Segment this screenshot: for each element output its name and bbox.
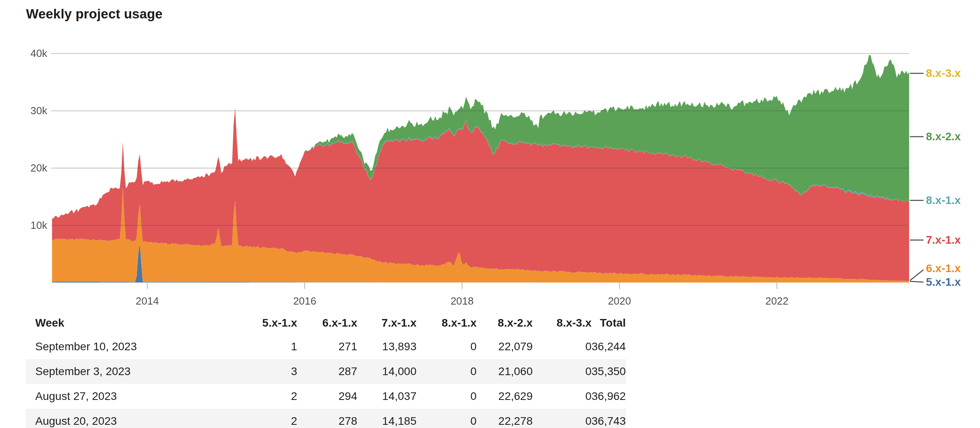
table-row: August 27, 2023229414,037022,629036,962 xyxy=(26,384,626,409)
stacked-area-chart-canvas xyxy=(0,0,980,313)
table-row: September 3, 2023328714,000021,060035,35… xyxy=(26,359,626,384)
column-header-8x3x: 8.x-3.x xyxy=(533,312,592,334)
legend-label-8x1x: 8.x-1.x xyxy=(926,194,961,207)
week-cell: September 10, 2023 xyxy=(26,334,237,359)
week-cell: August 27, 2023 xyxy=(26,384,237,409)
value-cell: 0 xyxy=(417,359,477,384)
value-cell: 36,962 xyxy=(592,384,626,409)
value-cell: 1 xyxy=(237,334,297,359)
value-cell: 35,350 xyxy=(592,359,626,384)
value-cell: 22,278 xyxy=(477,409,533,428)
table-row: September 10, 2023127113,893022,079036,2… xyxy=(26,334,626,359)
table-header-row: Week5.x-1.x6.x-1.x7.x-1.x8.x-1.x8.x-2.x8… xyxy=(26,312,626,334)
value-cell: 287 xyxy=(297,359,357,384)
legend-label-5x1x: 5.x-1.x xyxy=(926,276,961,289)
week-cell: August 20, 2023 xyxy=(26,409,237,428)
column-header-5x1x: 5.x-1.x xyxy=(237,312,297,334)
weekly-usage-chart: 40k30k20k10k 20142016201820202022 8.x-3.… xyxy=(0,0,980,313)
y-tick-label: 40k xyxy=(0,47,47,59)
y-tick-label: 10k xyxy=(0,219,47,231)
x-tick-label: 2016 xyxy=(281,295,329,307)
x-tick-label: 2020 xyxy=(596,295,644,307)
value-cell: 22,079 xyxy=(477,334,533,359)
week-cell: September 3, 2023 xyxy=(26,359,237,384)
value-cell: 14,185 xyxy=(357,409,417,428)
value-cell: 36,743 xyxy=(592,409,626,428)
value-cell: 36,244 xyxy=(592,334,626,359)
legend-label-7x1x: 7.x-1.x xyxy=(926,234,961,246)
legend-label-6x1x: 6.x-1.x xyxy=(926,262,961,275)
value-cell: 294 xyxy=(297,384,357,409)
value-cell: 3 xyxy=(237,359,297,384)
value-cell: 278 xyxy=(297,409,357,428)
x-tick-label: 2018 xyxy=(438,295,486,307)
legend-label-8x2x: 8.x-2.x xyxy=(926,130,961,143)
column-header-6x1x: 6.x-1.x xyxy=(297,312,357,334)
value-cell: 22,629 xyxy=(477,384,533,409)
value-cell: 14,000 xyxy=(357,359,417,384)
y-tick-label: 30k xyxy=(0,105,47,117)
value-cell: 0 xyxy=(417,334,477,359)
column-header-Total: Total xyxy=(592,312,626,334)
value-cell: 271 xyxy=(297,334,357,359)
value-cell: 0 xyxy=(533,409,592,428)
value-cell: 0 xyxy=(417,384,477,409)
value-cell: 21,060 xyxy=(477,359,533,384)
value-cell: 0 xyxy=(417,409,477,428)
legend-label-8x3x: 8.x-3.x xyxy=(926,67,961,80)
value-cell: 0 xyxy=(533,384,592,409)
x-tick-label: 2022 xyxy=(753,295,801,307)
value-cell: 2 xyxy=(237,409,297,428)
weekly-usage-table: Week5.x-1.x6.x-1.x7.x-1.x8.x-1.x8.x-2.x8… xyxy=(26,312,626,428)
table-row: August 20, 2023227814,185022,278036,743 xyxy=(26,409,626,428)
y-tick-label: 20k xyxy=(0,162,47,174)
column-header-8x2x: 8.x-2.x xyxy=(477,312,533,334)
column-header-7x1x: 7.x-1.x xyxy=(357,312,417,334)
value-cell: 13,893 xyxy=(357,334,417,359)
x-tick-label: 2014 xyxy=(123,295,171,307)
value-cell: 0 xyxy=(533,334,592,359)
value-cell: 2 xyxy=(237,384,297,409)
value-cell: 0 xyxy=(533,359,592,384)
value-cell: 14,037 xyxy=(357,384,417,409)
column-header-8x1x: 8.x-1.x xyxy=(417,312,477,334)
column-header-week: Week xyxy=(26,312,237,334)
